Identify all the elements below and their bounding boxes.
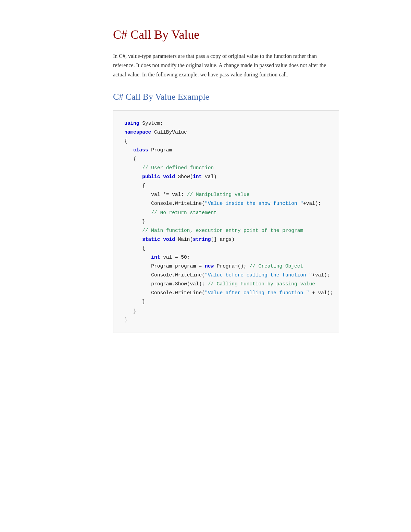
page-description: In C#, value-type parameters are that pa… (113, 51, 339, 79)
keyword-class: class (133, 147, 148, 153)
keyword-new: new (205, 263, 214, 269)
comment-no-return: // No return statement (151, 210, 216, 215)
string-value-after: "Value after calling the function " (205, 290, 309, 296)
keyword-static: static (142, 237, 160, 242)
keyword-int-2: int (151, 255, 160, 260)
keyword-void-1: void (163, 174, 175, 180)
keyword-void-2: void (163, 237, 175, 242)
keyword-public: public (142, 174, 160, 180)
string-value-inside: "Value inside the show function " (205, 201, 303, 206)
comment-user-defined: // User defined function (142, 165, 214, 171)
page-title: C# Call By Value (113, 27, 339, 42)
comment-manipulating: // Manipulating value (187, 192, 250, 197)
page-container: C# Call By Value In C#, value-type param… (58, 0, 353, 360)
comment-creating-object: // Creating Object (249, 263, 303, 269)
keyword-string: string (193, 237, 211, 242)
code-block: using System; namespace CallByValue { cl… (113, 110, 339, 333)
section-title: C# Call By Value Example (113, 92, 339, 102)
keyword-namespace: namespace (124, 129, 151, 135)
keyword-using: using (124, 121, 139, 126)
keyword-int-1: int (193, 174, 202, 180)
comment-main-function: // Main function, execution entry point … (142, 228, 303, 233)
string-value-before: "Value before calling the function " (205, 272, 312, 278)
comment-calling-function: // Calling Function by passing value (208, 281, 315, 287)
